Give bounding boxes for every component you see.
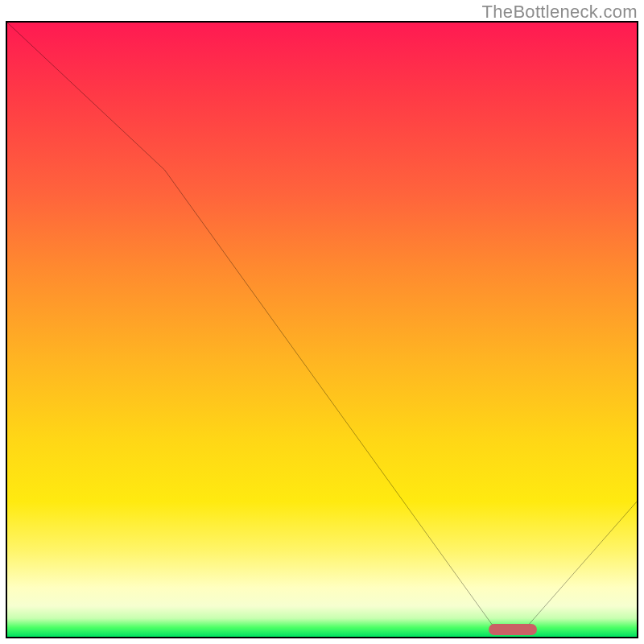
chart-container: TheBottleneck.com (0, 0, 644, 644)
optimum-marker (489, 624, 537, 635)
gradient-background (7, 23, 637, 637)
plot-area (6, 21, 638, 638)
watermark-text: TheBottleneck.com (482, 2, 638, 23)
